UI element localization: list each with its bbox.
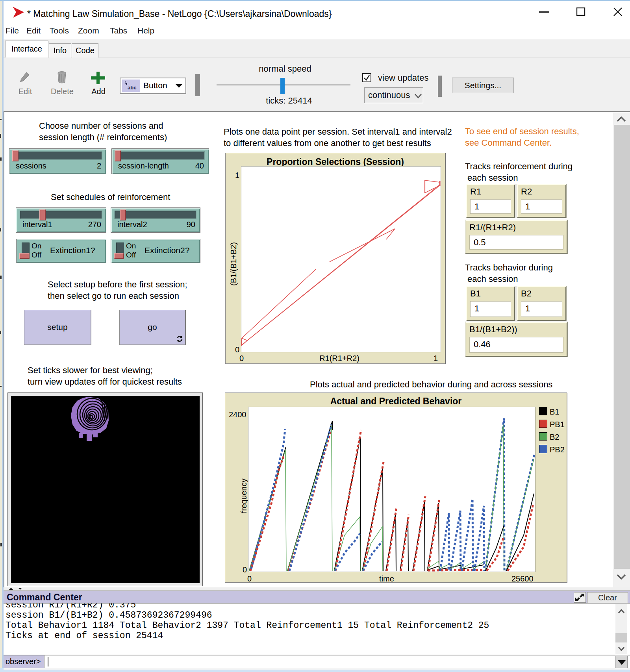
svg-text:abc: abc	[128, 85, 136, 91]
